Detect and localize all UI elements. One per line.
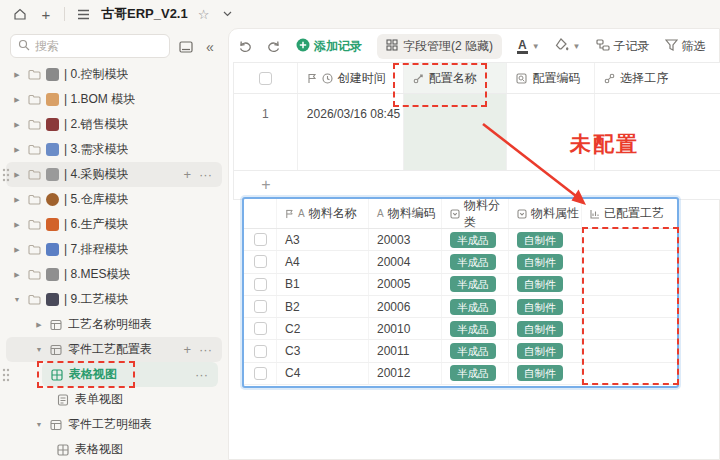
- column-header-material-attribute[interactable]: 物料属性: [509, 199, 582, 228]
- column-header-material-name[interactable]: A 物料名称: [277, 199, 369, 228]
- more-button[interactable]: ···: [195, 367, 208, 382]
- search-input-wrapper[interactable]: [10, 34, 170, 58]
- material-code-cell[interactable]: 20010: [369, 318, 442, 339]
- column-header-material-code[interactable]: A 物料编码: [369, 199, 442, 228]
- material-code-cell[interactable]: 20012: [369, 363, 442, 384]
- filter-button[interactable]: 筛选: [665, 38, 706, 55]
- configured-process-cell[interactable]: [582, 363, 677, 384]
- material-name-cell[interactable]: C2: [277, 318, 369, 339]
- add-button[interactable]: +: [183, 342, 191, 357]
- material-row[interactable]: C4 20012 半成品 自制件: [244, 363, 677, 385]
- column-header-configured-process[interactable]: 已配置工艺: [582, 199, 677, 228]
- sidebar-item-control-module[interactable]: ▶ | 0.控制模块: [0, 62, 228, 87]
- material-name-cell[interactable]: C4: [277, 363, 369, 384]
- sidebar-item-bom-module[interactable]: ▶ | 1.BOM 模块: [0, 87, 228, 112]
- add-button[interactable]: +: [183, 167, 191, 182]
- material-row[interactable]: C2 20010 半成品 自制件: [244, 318, 677, 340]
- caret-icon[interactable]: ▶: [12, 146, 22, 154]
- sidebar-item-process-name-table[interactable]: ▶ 工艺名称明细表: [0, 312, 228, 337]
- row-checkbox[interactable]: [254, 367, 267, 380]
- sidebar-item-purchase-module[interactable]: ▶ | 4.采购模块 + ···: [6, 162, 222, 187]
- sidebar-item-form-view[interactable]: 表单视图: [0, 387, 228, 412]
- row-checkbox[interactable]: [254, 300, 267, 313]
- material-name-cell[interactable]: B1: [277, 274, 369, 295]
- caret-icon[interactable]: ▶: [34, 321, 44, 329]
- sidebar-item-grid-view-selected[interactable]: 表格视图 ···: [42, 362, 218, 387]
- column-header-material-category[interactable]: 物料分类: [442, 199, 509, 228]
- sidebar-item-schedule-module[interactable]: ▶ | 7.排程模块: [0, 237, 228, 262]
- sidebar-item-production-module[interactable]: ▶ | 6.生产模块: [0, 212, 228, 237]
- caret-down-icon[interactable]: ▼: [12, 296, 22, 303]
- undo-icon[interactable]: [238, 40, 252, 53]
- configured-process-cell[interactable]: [582, 296, 677, 317]
- created-time-cell[interactable]: 2026/03/16 08:45: [298, 94, 404, 170]
- subrecord-button[interactable]: 子记录: [596, 38, 650, 55]
- sidebar-item-part-process-detail-table[interactable]: ▼ 零件工艺明细表: [0, 412, 228, 437]
- font-color-button[interactable]: A ▼: [517, 39, 540, 54]
- column-header-select-process[interactable]: 选择工序: [595, 63, 720, 93]
- panel-toggle-icon[interactable]: [176, 37, 196, 57]
- material-name-cell[interactable]: C3: [277, 340, 369, 361]
- drag-handle-icon[interactable]: [2, 168, 10, 182]
- column-header-config-name[interactable]: 配置名称: [404, 63, 508, 93]
- caret-icon[interactable]: ▶: [12, 71, 22, 79]
- sidebar-item-part-process-config-table[interactable]: ▼ 零件工艺配置表 + ···: [6, 337, 222, 362]
- sidebar-item-warehouse-module[interactable]: ▶ | 5.仓库模块: [0, 187, 228, 212]
- caret-icon[interactable]: ▶: [12, 271, 22, 279]
- material-name-cell[interactable]: B2: [277, 296, 369, 317]
- caret-icon[interactable]: ▶: [12, 121, 22, 129]
- material-name-cell[interactable]: A3: [277, 229, 369, 250]
- caret-icon[interactable]: ▶: [12, 246, 22, 254]
- caret-down-icon[interactable]: ▼: [34, 346, 44, 353]
- sidebar-item-mes-module[interactable]: ▶ | 8.MES模块: [0, 262, 228, 287]
- material-code-cell[interactable]: 20004: [369, 251, 442, 272]
- column-header-created-time[interactable]: 创建时间: [298, 63, 404, 93]
- sidebar-item-sales-module[interactable]: ▶ | 2.销售模块: [0, 112, 228, 137]
- material-code-cell[interactable]: 20011: [369, 340, 442, 361]
- material-code-cell[interactable]: 20005: [369, 274, 442, 295]
- material-row[interactable]: B1 20005 半成品 自制件: [244, 274, 677, 296]
- more-button[interactable]: ···: [199, 342, 212, 357]
- caret-down-icon[interactable]: ▼: [34, 421, 44, 428]
- configured-process-cell[interactable]: [582, 318, 677, 339]
- caret-icon[interactable]: ▶: [12, 196, 22, 204]
- material-row[interactable]: A3 20003 半成品 自制件: [244, 229, 677, 251]
- material-code-cell[interactable]: 20003: [369, 229, 442, 250]
- sidebar-item-process-module[interactable]: ▼ | 9.工艺模块: [0, 287, 228, 312]
- caret-icon[interactable]: ▶: [12, 221, 22, 229]
- menu-icon[interactable]: [75, 6, 91, 22]
- material-name-cell[interactable]: A4: [277, 251, 369, 272]
- new-tab-icon[interactable]: +: [38, 6, 54, 22]
- home-icon[interactable]: [12, 6, 28, 22]
- configured-process-cell[interactable]: [582, 274, 677, 295]
- config-table-row[interactable]: 1 2026/03/16 08:45: [234, 94, 720, 171]
- fill-color-button[interactable]: ▼: [555, 38, 581, 54]
- search-input[interactable]: [35, 39, 155, 53]
- select-all-cell[interactable]: [234, 63, 298, 93]
- favorite-star-icon[interactable]: ☆: [198, 7, 210, 22]
- material-row[interactable]: C3 20011 半成品 自制件: [244, 340, 677, 362]
- material-code-cell[interactable]: 20006: [369, 296, 442, 317]
- caret-icon[interactable]: ▶: [12, 171, 22, 179]
- redo-icon[interactable]: [267, 40, 281, 53]
- sidebar-item-demand-module[interactable]: ▶ | 3.需求模块: [0, 137, 228, 162]
- add-row[interactable]: +: [234, 171, 720, 200]
- add-row-plus-icon[interactable]: +: [234, 171, 298, 199]
- more-button[interactable]: ···: [199, 167, 212, 182]
- config-name-cell[interactable]: [404, 94, 508, 170]
- row-checkbox[interactable]: [254, 233, 267, 246]
- chevron-down-icon[interactable]: [219, 6, 235, 22]
- caret-icon[interactable]: ▶: [12, 96, 22, 104]
- row-checkbox[interactable]: [254, 345, 267, 358]
- select-all-checkbox[interactable]: [259, 72, 272, 85]
- material-row[interactable]: A4 20004 半成品 自制件: [244, 251, 677, 273]
- row-checkbox[interactable]: [254, 255, 267, 268]
- configured-process-cell[interactable]: [582, 229, 677, 250]
- drag-handle-icon[interactable]: [2, 368, 10, 382]
- sidebar-item-grid-view-2[interactable]: 表格视图: [0, 437, 228, 460]
- configured-process-cell[interactable]: [582, 340, 677, 361]
- row-checkbox[interactable]: [254, 278, 267, 291]
- collapse-sidebar-icon[interactable]: «: [200, 37, 220, 57]
- column-header-config-code[interactable]: 配置编码: [507, 63, 595, 93]
- material-row[interactable]: B2 20006 半成品 自制件: [244, 296, 677, 318]
